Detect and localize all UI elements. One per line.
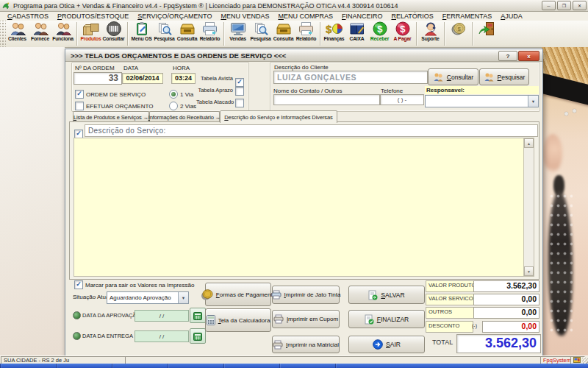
toolbar-button-label: Clientes [8, 36, 26, 41]
taskbar-buttons[interactable] [0, 364, 390, 368]
phone-field[interactable]: ( ) - [380, 94, 424, 105]
menu-cadastros[interactable]: CADASTROS [3, 13, 53, 20]
salvar-button[interactable]: SALVAR [348, 286, 425, 304]
desconto-label: DESCONTO [426, 321, 473, 333]
outros-label: OUTROS [426, 307, 476, 319]
toolbar-relatorio-vendas-button[interactable]: Relatório [295, 21, 318, 47]
close-button[interactable]: ✕ [573, 1, 587, 10]
toolbar-clientes-button[interactable]: Clientes [6, 21, 29, 47]
scroll-up-icon[interactable]: ▲ [524, 138, 534, 148]
calculadora-button[interactable]: Tela da Calculadora [205, 308, 271, 332]
imprimir-cupom-button[interactable]: Imprimir em Cupom [272, 310, 340, 328]
clients-icon [433, 72, 444, 82]
descricao-servico-textarea[interactable]: ▲ ▼ [74, 138, 534, 277]
situacao-dropdown[interactable]: Aguardando Aprovação ▼ [107, 291, 189, 304]
radio-1-via[interactable]: 1 Via [169, 90, 193, 99]
toolbar-produtos-button[interactable]: Produtos [79, 21, 102, 47]
order-number-label: Nº DA ORDEM [75, 65, 115, 71]
dialog-titlebar[interactable]: >>> TELA DOS ORÇAMENTOS E DAS ORDENS DE … [65, 49, 542, 62]
button-label: FINALIZAR [377, 316, 409, 323]
menu-vendas[interactable]: MENU VENDAS [216, 13, 273, 20]
toolbar-button-label: Consulta [273, 36, 293, 41]
menu-compras[interactable]: MENU COMPRAS [273, 13, 337, 20]
printer-icon [271, 290, 282, 300]
toolbar-a-pagar-button[interactable]: $ A Pagar [391, 21, 414, 47]
textarea-scrollbar[interactable]: ▲ ▼ [523, 138, 534, 276]
toolbar-pesquisa-os-button[interactable]: Pesquisa [153, 21, 176, 47]
imprimir-jato-tinta-button[interactable]: Imprimir de Jato Tinta [272, 286, 340, 304]
menu-financeiro[interactable]: FINANCEIRO [337, 13, 387, 20]
toolbar-consultar-button[interactable]: Consultar [102, 21, 125, 47]
descricao-servico-checkbox[interactable]: ✓ [74, 125, 83, 138]
data-aprovacao-field[interactable]: / / [135, 310, 189, 322]
coin-icon [201, 289, 213, 300]
scroll-down-icon[interactable]: ▼ [524, 266, 534, 276]
toolbar-financas-button[interactable]: $ Finanças [323, 21, 345, 47]
imprimir-matricial-button[interactable]: Imprimir na Matricial [272, 336, 340, 353]
tabela-atacado-checkbox[interactable] [235, 97, 244, 110]
toolbar-exit-button[interactable] [475, 21, 498, 47]
desconto-minus-sign: (-) [472, 323, 477, 328]
date-field[interactable]: 02/06/2014 [122, 73, 163, 84]
toolbar-button-label: Suporte [421, 36, 439, 41]
dialog-close-button[interactable]: x [518, 51, 539, 61]
menu-produtos-estoque[interactable]: PRODUTOS/ESTOQUE [53, 13, 133, 20]
taskbar[interactable] [0, 364, 588, 368]
restore-button[interactable]: ❐ [557, 1, 571, 10]
efetuar-orcamento-checkbox[interactable]: EFETUAR ORÇAMENTO [75, 102, 153, 110]
entrega-calendar-button[interactable] [190, 328, 206, 344]
tab-informacoes-receituario[interactable]: Informações do Receituário → [149, 111, 220, 122]
checkbox-label: Marcar para sair os Valores na Impressão [85, 282, 194, 289]
toolbar-menu-os-button[interactable]: Menu OS [130, 21, 153, 47]
toolbar-grip [0, 21, 6, 47]
toolbar-coin-button[interactable]: $ [447, 21, 470, 47]
aprovacao-calendar-button[interactable] [190, 308, 206, 323]
toolbar-vendas-button[interactable]: Vendas [226, 21, 249, 47]
toolbar-relatorio-os-button[interactable]: Relatório [198, 21, 221, 47]
contact-field[interactable] [273, 94, 380, 105]
toolbar-receber-button[interactable]: $ Receber [368, 21, 391, 47]
button-label: Tela da Calculadora [218, 317, 270, 324]
minimize-button[interactable]: ─ [542, 1, 556, 10]
responsavel-dropdown[interactable]: ▼ [425, 95, 539, 107]
radio-2-vias[interactable]: 2 Vias [169, 102, 196, 110]
client-name-field[interactable]: LUIZA GONÇALVES [273, 71, 428, 84]
consultar-button[interactable]: Consultar [428, 68, 478, 85]
window-title: Programa para Otica + Vendas & Financeir… [13, 2, 398, 10]
coin-icon: $ [450, 21, 467, 36]
order-number-field[interactable]: 33 [74, 72, 122, 85]
tab-lista-produtos[interactable]: Lista de Produtos e Serviços → [73, 111, 149, 122]
resize-grip[interactable] [582, 358, 588, 364]
toolbar-button-label: Relatório [296, 36, 317, 41]
formas-pagamento-button[interactable]: Formas de Pagamento [205, 283, 271, 306]
pesquisar-button[interactable]: Pesquisar [479, 68, 529, 85]
menu-relatorios[interactable]: RELATÓRIOS [387, 13, 437, 20]
toolbar-caixa-button[interactable]: CAIXA [345, 21, 368, 47]
menu-ferramentas[interactable]: FERRAMENTAS [438, 13, 496, 20]
menu-servico-orcamento[interactable]: SERVIÇO/ORÇAMENTO [133, 13, 216, 20]
help-button[interactable]: ? [498, 51, 517, 61]
toolbar-suporte-button[interactable]: Suporte [419, 21, 442, 47]
search-docs-icon [252, 21, 270, 36]
toolbar-pesquisa-vendas-button[interactable]: Pesquisa [249, 21, 272, 47]
client-description-label: Descrição do Cliente [274, 64, 329, 71]
toolbar-separator [416, 22, 417, 46]
tab-label: Descrição do Serviço e Informações Diver… [224, 114, 332, 121]
time-field[interactable]: 03:24 [171, 73, 196, 84]
toolbar-fornecedores-button[interactable]: Fornece [29, 21, 51, 47]
support-icon [422, 21, 440, 36]
tab-descricao-servico[interactable]: Descrição do Serviço e Informações Diver… [220, 110, 337, 123]
checkbox-icon [235, 99, 244, 107]
finalizar-button[interactable]: FINALIZAR [348, 310, 425, 328]
data-entrega-field[interactable]: / / [135, 330, 189, 342]
sair-button[interactable]: SAIR [348, 336, 425, 353]
suppliers-icon [32, 21, 49, 36]
toolbar-funcionarios-button[interactable]: Funciona [51, 21, 74, 47]
menu-ajuda[interactable]: AJUDA [496, 13, 527, 20]
toolbar-consulta-os-button[interactable]: Consulta [176, 21, 198, 47]
button-label: SALVAR [381, 291, 404, 299]
ordem-servico-checkbox[interactable]: ✓ ORDEM DE SERVIÇO [75, 90, 146, 99]
marcar-valores-checkbox[interactable]: ✓ Marcar para sair os Valores na Impress… [74, 280, 194, 289]
toolbar-consulta-vendas-button[interactable]: Consulta [272, 21, 295, 47]
svg-text:$: $ [326, 23, 332, 35]
